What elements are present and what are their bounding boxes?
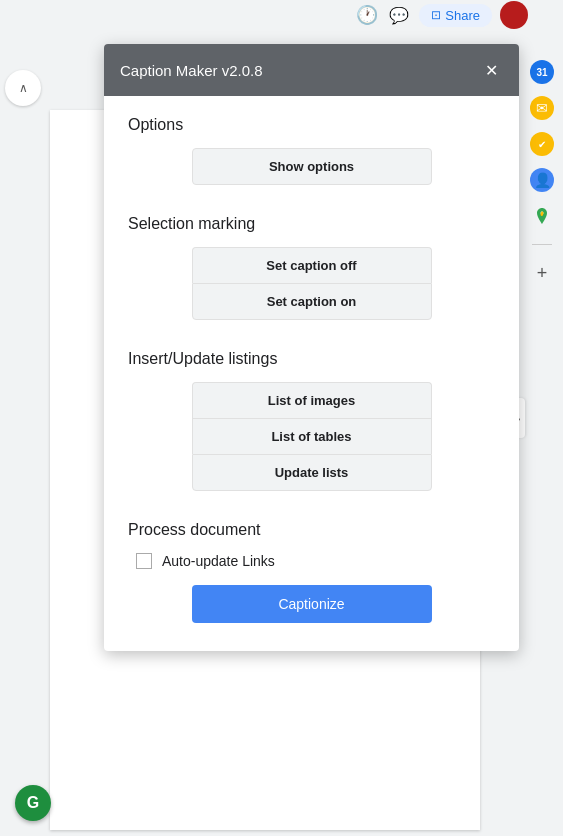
selection-marking-buttons: Set caption off Set caption on bbox=[192, 247, 432, 320]
chevron-up-icon: ∧ bbox=[19, 81, 28, 95]
captionize-button[interactable]: Captionize bbox=[192, 585, 432, 623]
add-addon-button[interactable]: + bbox=[530, 261, 554, 285]
calendar-icon[interactable]: 31 bbox=[530, 60, 554, 84]
close-icon: ✕ bbox=[485, 61, 498, 80]
auto-update-checkbox[interactable] bbox=[136, 553, 152, 569]
selection-marking-label: Selection marking bbox=[128, 215, 495, 233]
tasks-icon[interactable]: ✉ bbox=[530, 96, 554, 120]
update-lists-button[interactable]: Update lists bbox=[192, 454, 432, 491]
share-icon: ⊡ bbox=[431, 8, 441, 22]
insert-update-buttons: List of images List of tables Update lis… bbox=[192, 382, 432, 491]
list-of-tables-button[interactable]: List of tables bbox=[192, 418, 432, 454]
close-button[interactable]: ✕ bbox=[479, 58, 503, 82]
options-label: Options bbox=[128, 116, 495, 134]
comments-icon[interactable]: 💬 bbox=[387, 3, 411, 27]
process-document-label: Process document bbox=[128, 521, 495, 539]
process-document-section: Process document Auto-update Links Capti… bbox=[128, 521, 495, 623]
set-caption-on-button[interactable]: Set caption on bbox=[192, 283, 432, 320]
g-logo[interactable]: G bbox=[15, 785, 51, 821]
contacts-icon[interactable]: 👤 bbox=[530, 168, 554, 192]
right-sidebar: 31 ✉ ✔ 👤 + bbox=[526, 60, 558, 285]
selection-marking-section: Selection marking Set caption off Set ca… bbox=[128, 215, 495, 320]
sidebar-collapse-button[interactable]: ∧ bbox=[5, 70, 41, 106]
panel-header: Caption Maker v2.0.8 ✕ bbox=[104, 44, 519, 96]
maps-icon[interactable] bbox=[530, 204, 554, 228]
share-button[interactable]: ⊡ Share bbox=[419, 4, 492, 27]
panel-title: Caption Maker v2.0.8 bbox=[120, 62, 263, 79]
auto-update-row: Auto-update Links bbox=[128, 553, 495, 569]
caption-maker-panel: Caption Maker v2.0.8 ✕ Options Show opti… bbox=[104, 44, 519, 651]
set-caption-off-button[interactable]: Set caption off bbox=[192, 247, 432, 283]
options-section: Options Show options bbox=[128, 116, 495, 185]
top-bar: 🕐 💬 ⊡ Share bbox=[0, 0, 563, 30]
list-of-images-button[interactable]: List of images bbox=[192, 382, 432, 418]
panel-body: Options Show options Selection marking S… bbox=[104, 96, 519, 651]
auto-update-label: Auto-update Links bbox=[162, 553, 275, 569]
insert-update-section: Insert/Update listings List of images Li… bbox=[128, 350, 495, 491]
sidebar-divider bbox=[532, 244, 552, 245]
keep-icon[interactable]: ✔ bbox=[530, 132, 554, 156]
show-options-button[interactable]: Show options bbox=[192, 148, 432, 185]
history-icon[interactable]: 🕐 bbox=[355, 3, 379, 27]
insert-update-label: Insert/Update listings bbox=[128, 350, 495, 368]
avatar[interactable] bbox=[500, 1, 528, 29]
